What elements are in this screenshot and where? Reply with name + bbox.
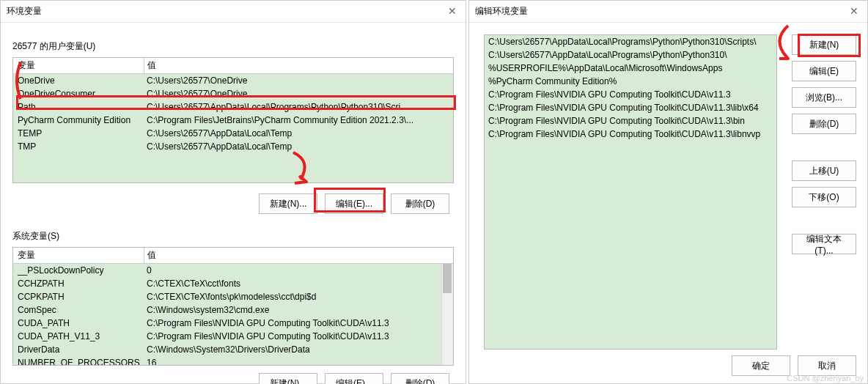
scrollbar-thumb[interactable] [443,264,452,293]
cancel-button[interactable]: 取消 [798,355,856,376]
ok-button[interactable]: 确定 [732,355,790,376]
var-name: OneDriveConsumer [13,89,144,99]
var-name: OneDrive [13,75,144,86]
user-btn-row: 新建(N)... 编辑(E)... 删除(D) [12,183,454,220]
table-row[interactable]: CCPKPATHC:\CTEX\CTeX\fonts\pk\modeless\c… [13,290,453,303]
var-name: __PSLockDownPolicy [13,265,144,276]
table-header: 变量 值 [13,248,453,264]
var-value: C:\Windows\System32\Drivers\DriverData [144,344,453,355]
var-value: C:\CTEX\CTeX\fonts\pk\modeless\cct\dpi$d [144,292,453,302]
var-value: C:\Users\26577\AppData\Local\Temp [144,128,453,139]
dialog-content: 26577 的用户变量(U) 变量 值 OneDriveC:\Users\265… [1,23,466,384]
dialog-title: 编辑环境变量 [475,5,528,18]
table-row[interactable]: TEMPC:\Users\26577\AppData\Local\Temp [13,127,453,140]
col-header-val[interactable]: 值 [144,59,453,72]
scrollbar[interactable] [441,264,453,365]
dialog-title: 环境变量 [7,5,42,18]
move-down-button[interactable]: 下移(O) [792,187,856,207]
list-item[interactable]: C:\Users\26577\AppData\Local\Programs\Py… [485,48,776,62]
watermark: CSDN @zhenyan_by [787,374,864,383]
table-row[interactable]: TMPC:\Users\26577\AppData\Local\Temp [13,140,453,153]
var-name: PyCharm Community Edition [13,115,144,125]
edit-button[interactable]: 编辑(E)... [325,193,383,214]
new-button[interactable]: 新建(N) [792,34,856,55]
move-up-button[interactable]: 上移(U) [792,160,856,181]
table-row[interactable]: NUMBER_OF_PROCESSORS16 [13,356,453,365]
var-value: C:\Program Files\JetBrains\PyCharm Commu… [144,115,453,125]
table-row[interactable]: OneDriveConsumerC:\Users\26577\OneDrive [13,87,453,100]
right-button-column: 新建(N) 编辑(E) 浏览(B)... 删除(D) 上移(U) 下移(O) 编… [792,34,856,254]
titlebar: 环境变量 ✕ [1,1,466,23]
table-row[interactable]: CCHZPATHC:\CTEX\CTeX\cct\fonts [13,277,453,290]
var-value: C:\Users\26577\AppData\Local\Temp [144,141,453,152]
spacer [792,140,856,155]
delete-button[interactable]: 删除(D) [792,114,856,134]
user-vars-label: 26577 的用户变量(U) [12,40,454,53]
var-value: C:\Users\26577\OneDrive [144,89,453,99]
col-header-var[interactable]: 变量 [13,59,144,72]
var-name: ComSpec [13,305,144,315]
table-row[interactable]: OneDriveC:\Users\26577\OneDrive [13,74,453,87]
table-row[interactable]: ComSpecC:\Windows\system32\cmd.exe [13,303,453,317]
list-item[interactable]: C:\Program Files\NVIDIA GPU Computing To… [485,128,776,141]
sys-vars-body[interactable]: __PSLockDownPolicy0 CCHZPATHC:\CTEX\CTeX… [13,264,453,365]
list-item[interactable]: C:\Program Files\NVIDIA GPU Computing To… [485,101,776,114]
var-name: Path [13,102,144,112]
close-icon[interactable]: ✕ [445,4,460,18]
var-value: C:\Program Files\NVIDIA GPU Computing To… [144,318,453,328]
var-name: TEMP [13,128,144,139]
table-row[interactable]: CUDA_PATH_V11_3C:\Program Files\NVIDIA G… [13,330,453,343]
var-value: 16 [144,358,453,365]
var-value: C:\Users\26577\OneDrive [144,75,453,86]
close-icon[interactable]: ✕ [847,4,861,18]
var-value: C:\Users\26577\AppData\Local\Programs\Py… [144,102,453,112]
sys-vars-label: 系统变量(S) [12,230,454,243]
table-row[interactable]: __PSLockDownPolicy0 [13,264,453,277]
list-item[interactable]: C:\Users\26577\AppData\Local\Programs\Py… [485,35,776,48]
table-header: 变量 值 [13,58,453,74]
list-item[interactable]: %USERPROFILE%\AppData\Local\Microsoft\Wi… [485,62,776,75]
var-value: 0 [144,265,453,276]
list-item[interactable]: C:\Program Files\NVIDIA GPU Computing To… [485,114,776,128]
edit-button[interactable]: 编辑(E) [792,61,856,81]
titlebar: 编辑环境变量 ✕ [469,1,867,23]
env-vars-dialog: 环境变量 ✕ 26577 的用户变量(U) 变量 值 OneDriveC:\Us… [0,0,466,384]
edit-button[interactable]: 编辑(E)... [325,373,383,384]
col-header-var[interactable]: 变量 [13,249,144,262]
browse-button[interactable]: 浏览(B)... [792,87,856,108]
bottom-button-row: 确定 取消 [732,355,856,376]
var-name: CCPKPATH [13,292,144,302]
var-name: CUDA_PATH [13,318,144,328]
delete-button[interactable]: 删除(D) [391,193,449,214]
edit-text-button[interactable]: 编辑文本(T)... [792,234,856,254]
var-name: NUMBER_OF_PROCESSORS [13,358,144,365]
spacer [792,213,856,228]
var-name: TMP [13,141,144,152]
table-row[interactable]: PathC:\Users\26577\AppData\Local\Program… [13,100,453,114]
var-name: DriverData [13,344,144,355]
list-item[interactable]: C:\Program Files\NVIDIA GPU Computing To… [485,88,776,101]
user-vars-table: 变量 值 OneDriveC:\Users\26577\OneDrive One… [12,57,454,183]
table-row[interactable]: PyCharm Community EditionC:\Program File… [13,114,453,127]
list-item[interactable]: %PyCharm Community Edition% [485,75,776,88]
new-button[interactable]: 新建(N)... [259,193,317,214]
var-value: C:\Program Files\NVIDIA GPU Computing To… [144,331,453,341]
var-value: C:\CTEX\CTeX\cct\fonts [144,278,453,289]
var-value: C:\Windows\system32\cmd.exe [144,305,453,315]
sys-btn-row: 新建(N)... 编辑(E)... 删除(D) [12,366,454,384]
new-button[interactable]: 新建(N)... [259,373,317,384]
path-list[interactable]: C:\Users\26577\AppData\Local\Programs\Py… [484,34,777,350]
col-header-val[interactable]: 值 [144,249,453,262]
delete-button[interactable]: 删除(D) [391,373,449,384]
var-name: CUDA_PATH_V11_3 [13,331,144,341]
edit-env-var-dialog: 编辑环境变量 ✕ C:\Users\26577\AppData\Local\Pr… [468,0,868,384]
sys-vars-table: 变量 值 __PSLockDownPolicy0 CCHZPATHC:\CTEX… [12,247,454,366]
table-row[interactable]: CUDA_PATHC:\Program Files\NVIDIA GPU Com… [13,317,453,330]
user-vars-body[interactable]: OneDriveC:\Users\26577\OneDrive OneDrive… [13,74,453,182]
var-name: CCHZPATH [13,278,144,289]
table-row[interactable]: DriverDataC:\Windows\System32\Drivers\Dr… [13,343,453,356]
